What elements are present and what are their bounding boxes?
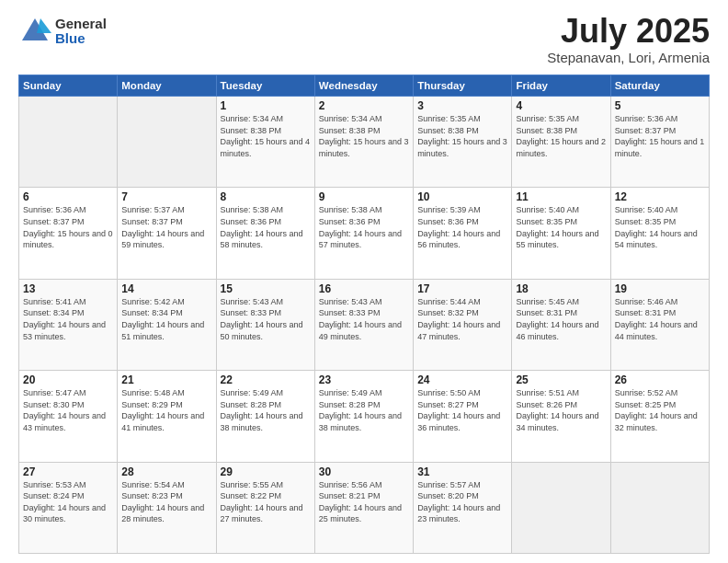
day-number: 8 — [221, 190, 311, 203]
day-number: 24 — [417, 373, 507, 386]
day-info: Sunrise: 5:44 AM Sunset: 8:32 PM Dayligh… — [417, 296, 507, 342]
calendar-cell: 22Sunrise: 5:49 AM Sunset: 8:28 PM Dayli… — [216, 371, 314, 462]
weekday-header: Monday — [118, 75, 216, 97]
calendar-cell: 2Sunrise: 5:34 AM Sunset: 8:38 PM Daylig… — [314, 97, 413, 188]
calendar-cell: 13Sunrise: 5:41 AM Sunset: 8:34 PM Dayli… — [19, 279, 118, 370]
calendar-cell: 14Sunrise: 5:42 AM Sunset: 8:34 PM Dayli… — [118, 279, 216, 370]
day-info: Sunrise: 5:43 AM Sunset: 8:33 PM Dayligh… — [221, 296, 311, 342]
title-block: July 2025 Stepanavan, Lori, Armenia — [547, 15, 710, 65]
day-info: Sunrise: 5:51 AM Sunset: 8:26 PM Dayligh… — [516, 387, 606, 433]
logo-blue-label: Blue — [55, 31, 107, 47]
day-number: 12 — [615, 190, 705, 203]
calendar-cell — [118, 97, 216, 188]
calendar-week-row: 20Sunrise: 5:47 AM Sunset: 8:30 PM Dayli… — [19, 371, 710, 462]
calendar-week-row: 27Sunrise: 5:53 AM Sunset: 8:24 PM Dayli… — [19, 462, 710, 553]
day-info: Sunrise: 5:53 AM Sunset: 8:24 PM Dayligh… — [23, 479, 113, 525]
logo-text: General Blue — [55, 17, 107, 47]
calendar-cell: 7Sunrise: 5:37 AM Sunset: 8:37 PM Daylig… — [118, 188, 216, 279]
day-number: 30 — [319, 465, 409, 478]
day-number: 28 — [121, 465, 211, 478]
day-info: Sunrise: 5:38 AM Sunset: 8:36 PM Dayligh… — [221, 204, 311, 250]
day-info: Sunrise: 5:40 AM Sunset: 8:35 PM Dayligh… — [615, 204, 705, 250]
day-number: 4 — [516, 99, 606, 112]
day-number: 19 — [615, 282, 705, 295]
day-info: Sunrise: 5:34 AM Sunset: 8:38 PM Dayligh… — [221, 113, 311, 159]
calendar-cell: 27Sunrise: 5:53 AM Sunset: 8:24 PM Dayli… — [19, 462, 118, 553]
day-number: 25 — [516, 373, 606, 386]
day-info: Sunrise: 5:43 AM Sunset: 8:33 PM Dayligh… — [319, 296, 409, 342]
day-info: Sunrise: 5:38 AM Sunset: 8:36 PM Dayligh… — [319, 204, 409, 250]
calendar-cell: 3Sunrise: 5:35 AM Sunset: 8:38 PM Daylig… — [414, 97, 512, 188]
header: General Blue July 2025 Stepanavan, Lori,… — [18, 15, 710, 65]
calendar-cell: 5Sunrise: 5:36 AM Sunset: 8:37 PM Daylig… — [610, 97, 709, 188]
day-info: Sunrise: 5:57 AM Sunset: 8:20 PM Dayligh… — [417, 479, 507, 525]
day-info: Sunrise: 5:49 AM Sunset: 8:28 PM Dayligh… — [319, 387, 409, 433]
calendar-cell: 9Sunrise: 5:38 AM Sunset: 8:36 PM Daylig… — [314, 188, 413, 279]
day-number: 10 — [417, 190, 507, 203]
logo: General Blue — [18, 15, 107, 48]
calendar-cell: 25Sunrise: 5:51 AM Sunset: 8:26 PM Dayli… — [512, 371, 610, 462]
calendar-cell: 30Sunrise: 5:56 AM Sunset: 8:21 PM Dayli… — [314, 462, 413, 553]
day-number: 2 — [319, 99, 409, 112]
day-number: 16 — [319, 282, 409, 295]
calendar-page: General Blue July 2025 Stepanavan, Lori,… — [0, 0, 728, 563]
day-info: Sunrise: 5:52 AM Sunset: 8:25 PM Dayligh… — [615, 387, 705, 433]
calendar-cell: 16Sunrise: 5:43 AM Sunset: 8:33 PM Dayli… — [314, 279, 413, 370]
day-info: Sunrise: 5:49 AM Sunset: 8:28 PM Dayligh… — [221, 387, 311, 433]
day-info: Sunrise: 5:35 AM Sunset: 8:38 PM Dayligh… — [417, 113, 507, 159]
day-info: Sunrise: 5:39 AM Sunset: 8:36 PM Dayligh… — [417, 204, 507, 250]
day-info: Sunrise: 5:37 AM Sunset: 8:37 PM Dayligh… — [121, 204, 211, 250]
day-number: 14 — [121, 282, 211, 295]
day-number: 20 — [23, 373, 113, 386]
day-number: 6 — [23, 190, 113, 203]
day-info: Sunrise: 5:46 AM Sunset: 8:31 PM Dayligh… — [615, 296, 705, 342]
day-info: Sunrise: 5:48 AM Sunset: 8:29 PM Dayligh… — [121, 387, 211, 433]
calendar-cell: 18Sunrise: 5:45 AM Sunset: 8:31 PM Dayli… — [512, 279, 610, 370]
day-info: Sunrise: 5:42 AM Sunset: 8:34 PM Dayligh… — [121, 296, 211, 342]
day-info: Sunrise: 5:34 AM Sunset: 8:38 PM Dayligh… — [319, 113, 409, 159]
day-number: 13 — [23, 282, 113, 295]
day-number: 23 — [319, 373, 409, 386]
calendar-week-row: 1Sunrise: 5:34 AM Sunset: 8:38 PM Daylig… — [19, 97, 710, 188]
calendar-cell: 31Sunrise: 5:57 AM Sunset: 8:20 PM Dayli… — [414, 462, 512, 553]
day-info: Sunrise: 5:45 AM Sunset: 8:31 PM Dayligh… — [516, 296, 606, 342]
calendar-week-row: 6Sunrise: 5:36 AM Sunset: 8:37 PM Daylig… — [19, 188, 710, 279]
day-number: 21 — [121, 373, 211, 386]
day-number: 11 — [516, 190, 606, 203]
day-info: Sunrise: 5:41 AM Sunset: 8:34 PM Dayligh… — [23, 296, 113, 342]
calendar-cell: 20Sunrise: 5:47 AM Sunset: 8:30 PM Dayli… — [19, 371, 118, 462]
calendar-cell — [512, 462, 610, 553]
day-number: 15 — [221, 282, 311, 295]
day-info: Sunrise: 5:50 AM Sunset: 8:27 PM Dayligh… — [417, 387, 507, 433]
day-number: 17 — [417, 282, 507, 295]
day-info: Sunrise: 5:36 AM Sunset: 8:37 PM Dayligh… — [23, 204, 113, 250]
calendar-cell: 10Sunrise: 5:39 AM Sunset: 8:36 PM Dayli… — [414, 188, 512, 279]
calendar-cell: 12Sunrise: 5:40 AM Sunset: 8:35 PM Dayli… — [610, 188, 709, 279]
logo-icon — [18, 15, 51, 48]
calendar-week-row: 13Sunrise: 5:41 AM Sunset: 8:34 PM Dayli… — [19, 279, 710, 370]
day-number: 1 — [221, 99, 311, 112]
calendar-location: Stepanavan, Lori, Armenia — [547, 50, 710, 65]
day-info: Sunrise: 5:35 AM Sunset: 8:38 PM Dayligh… — [516, 113, 606, 159]
day-info: Sunrise: 5:36 AM Sunset: 8:37 PM Dayligh… — [615, 113, 705, 159]
day-number: 26 — [615, 373, 705, 386]
calendar-cell: 17Sunrise: 5:44 AM Sunset: 8:32 PM Dayli… — [414, 279, 512, 370]
day-number: 3 — [417, 99, 507, 112]
calendar-cell: 28Sunrise: 5:54 AM Sunset: 8:23 PM Dayli… — [118, 462, 216, 553]
calendar-title: July 2025 — [547, 15, 710, 48]
day-number: 18 — [516, 282, 606, 295]
calendar-header-row: SundayMondayTuesdayWednesdayThursdayFrid… — [19, 75, 710, 97]
calendar-cell: 24Sunrise: 5:50 AM Sunset: 8:27 PM Dayli… — [414, 371, 512, 462]
day-info: Sunrise: 5:40 AM Sunset: 8:35 PM Dayligh… — [516, 204, 606, 250]
day-info: Sunrise: 5:55 AM Sunset: 8:22 PM Dayligh… — [221, 479, 311, 525]
calendar-table: SundayMondayTuesdayWednesdayThursdayFrid… — [18, 75, 710, 554]
calendar-cell: 23Sunrise: 5:49 AM Sunset: 8:28 PM Dayli… — [314, 371, 413, 462]
day-number: 29 — [221, 465, 311, 478]
calendar-cell: 4Sunrise: 5:35 AM Sunset: 8:38 PM Daylig… — [512, 97, 610, 188]
weekday-header: Friday — [512, 75, 610, 97]
calendar-cell: 8Sunrise: 5:38 AM Sunset: 8:36 PM Daylig… — [216, 188, 314, 279]
calendar-cell: 15Sunrise: 5:43 AM Sunset: 8:33 PM Dayli… — [216, 279, 314, 370]
calendar-cell: 6Sunrise: 5:36 AM Sunset: 8:37 PM Daylig… — [19, 188, 118, 279]
calendar-cell — [19, 97, 118, 188]
day-number: 31 — [417, 465, 507, 478]
